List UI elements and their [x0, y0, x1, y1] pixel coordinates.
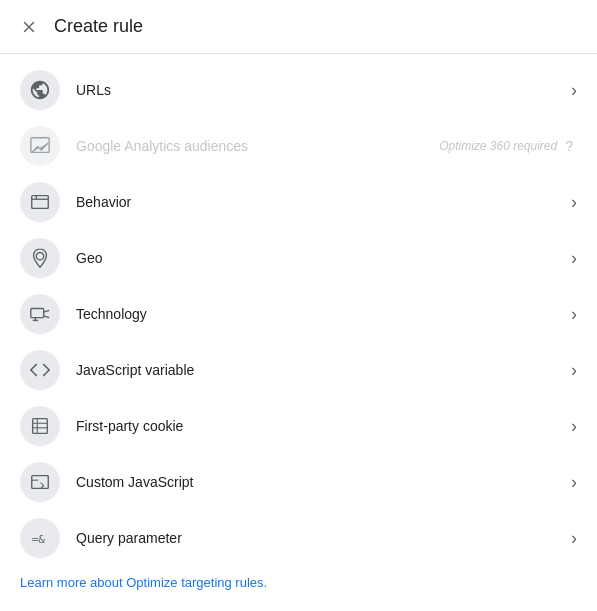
- custom-js-label: Custom JavaScript: [76, 474, 571, 490]
- help-icon: ?: [565, 138, 573, 154]
- menu-item-javascript-variable[interactable]: JavaScript variable ›: [0, 342, 597, 398]
- technology-icon: [29, 303, 51, 325]
- menu-item-first-party-cookie[interactable]: First-party cookie ›: [0, 398, 597, 454]
- svg-text:=&: =&: [32, 533, 46, 546]
- code-icon: [29, 359, 51, 381]
- menu-item-technology[interactable]: Technology ›: [0, 286, 597, 342]
- first-party-cookie-label: First-party cookie: [76, 418, 571, 434]
- behavior-icon: [29, 191, 51, 213]
- menu-item-ga-audiences: Google Analytics audiences Optimize 360 …: [0, 118, 597, 174]
- globe-icon: [29, 79, 51, 101]
- custom-js-icon: [29, 471, 51, 493]
- query-parameter-label: Query parameter: [76, 530, 571, 546]
- close-button[interactable]: [20, 18, 38, 36]
- svg-rect-16: [32, 476, 49, 489]
- create-rule-panel: Create rule URLs › Google Analytics audi: [0, 0, 597, 611]
- menu-item-custom-javascript[interactable]: Custom JavaScript ›: [0, 454, 597, 510]
- cookie-chevron: ›: [571, 416, 577, 437]
- ga-label: Google Analytics audiences: [76, 138, 439, 154]
- js-variable-label: JavaScript variable: [76, 362, 571, 378]
- custom-js-chevron: ›: [571, 472, 577, 493]
- behavior-icon-circle: [20, 182, 60, 222]
- svg-rect-12: [33, 419, 48, 434]
- menu-item-query-parameter[interactable]: =& Query parameter ›: [0, 510, 597, 561]
- geo-chevron: ›: [571, 248, 577, 269]
- svg-rect-3: [32, 196, 49, 209]
- panel-title: Create rule: [54, 16, 143, 37]
- technology-label: Technology: [76, 306, 571, 322]
- svg-line-8: [44, 310, 49, 312]
- svg-point-6: [36, 253, 43, 260]
- svg-rect-7: [31, 309, 44, 318]
- behavior-chevron: ›: [571, 192, 577, 213]
- urls-label: URLs: [76, 82, 571, 98]
- panel-header: Create rule: [0, 0, 597, 54]
- geo-label: Geo: [76, 250, 571, 266]
- geo-icon-circle: [20, 238, 60, 278]
- js-variable-chevron: ›: [571, 360, 577, 381]
- menu-list: URLs › Google Analytics audiences Optimi…: [0, 54, 597, 561]
- query-icon: =&: [29, 527, 51, 549]
- learn-more-link[interactable]: Learn more about Optimize targeting rule…: [20, 575, 267, 590]
- js-var-icon-circle: [20, 350, 60, 390]
- urls-icon-circle: [20, 70, 60, 110]
- panel-footer: Learn more about Optimize targeting rule…: [0, 561, 597, 611]
- cookie-icon-circle: [20, 406, 60, 446]
- cookie-icon: [29, 415, 51, 437]
- optimize-badge: Optimize 360 required: [439, 139, 557, 153]
- ga-icon-circle: [20, 126, 60, 166]
- svg-line-9: [44, 316, 49, 318]
- geo-icon: [29, 247, 51, 269]
- menu-item-geo[interactable]: Geo ›: [0, 230, 597, 286]
- behavior-label: Behavior: [76, 194, 571, 210]
- urls-chevron: ›: [571, 80, 577, 101]
- chart-icon: [29, 135, 51, 157]
- menu-item-behavior[interactable]: Behavior ›: [0, 174, 597, 230]
- query-chevron: ›: [571, 528, 577, 549]
- custom-js-icon-circle: [20, 462, 60, 502]
- technology-icon-circle: [20, 294, 60, 334]
- query-icon-circle: =&: [20, 518, 60, 558]
- menu-item-urls[interactable]: URLs ›: [0, 62, 597, 118]
- technology-chevron: ›: [571, 304, 577, 325]
